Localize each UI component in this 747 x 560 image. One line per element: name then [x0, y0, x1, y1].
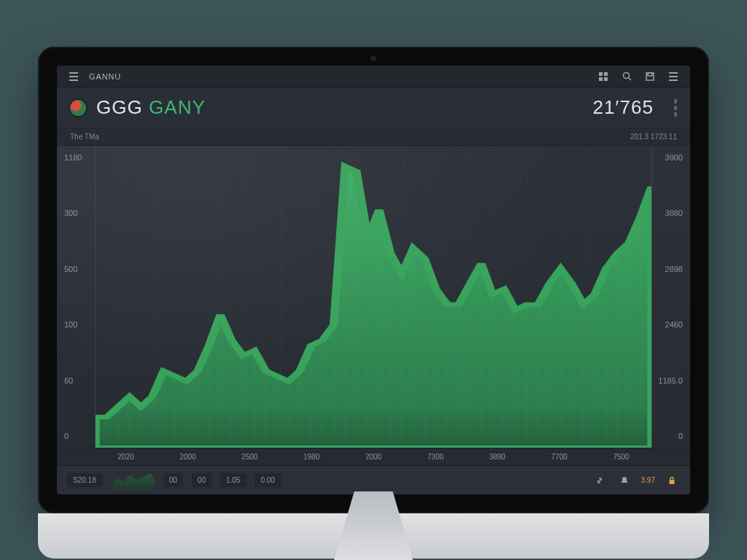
tick-chip[interactable]: 00 — [163, 473, 183, 487]
y-left-tick: 100 — [64, 320, 90, 329]
y-left-tick: 1180 — [64, 153, 90, 162]
y-left-tick: 60 — [64, 376, 90, 385]
y-right-tick: 0 — [657, 432, 683, 440]
monitor-frame: GANNU GGG GANY 21′765 — [38, 47, 709, 513]
bell-icon[interactable] — [616, 472, 632, 489]
ticker-symbol-sub: GANY — [149, 96, 206, 118]
chart-series-path — [96, 166, 651, 448]
menu-icon[interactable] — [66, 69, 82, 85]
y-axis-right: 3900 3880 2898 2460 1185.0 0 — [652, 146, 690, 448]
x-tick: 7700 — [528, 453, 590, 461]
bottom-toolbar: S20.18 00 00 1.05 0.00 3.97 — [57, 465, 690, 494]
x-tick: 7500 — [590, 453, 652, 461]
menu2-icon[interactable] — [665, 69, 681, 85]
svg-rect-0 — [599, 72, 603, 76]
y-axis-left: 1180 300 500 100 60 0 — [57, 146, 95, 448]
tick-chip[interactable]: 1.05 — [220, 473, 246, 487]
x-tick: 2000 — [157, 453, 219, 461]
svg-rect-1 — [604, 72, 608, 76]
bottom-value: 3.97 — [641, 476, 655, 484]
svg-point-4 — [623, 73, 629, 79]
ticker-symbol-main: GGG — [96, 96, 143, 118]
x-tick: 1980 — [281, 453, 343, 461]
window-topbar: GANNU — [57, 66, 690, 88]
x-tick: 2500 — [219, 453, 281, 461]
y-left-tick: 0 — [64, 432, 90, 440]
y-right-tick: 2898 — [657, 265, 683, 273]
svg-rect-2 — [599, 77, 603, 81]
x-tick: 7300 — [404, 453, 466, 461]
chart-plot[interactable] — [95, 146, 652, 448]
x-tick: 2000 — [343, 453, 405, 461]
ticker-symbol[interactable]: GGG GANY — [96, 96, 206, 119]
subheader-left: The TMa — [70, 133, 99, 141]
search-icon[interactable] — [619, 69, 635, 85]
y-left-tick: 300 — [64, 209, 90, 217]
svg-line-5 — [629, 78, 631, 80]
svg-rect-58 — [670, 480, 675, 484]
price-ladder-icon — [674, 99, 677, 117]
link-icon[interactable] — [592, 472, 608, 489]
sparkline-icon[interactable] — [111, 472, 155, 489]
status-code[interactable]: S20.18 — [67, 473, 102, 487]
y-right-tick: 2460 — [657, 320, 683, 329]
app-screen: GANNU GGG GANY 21′765 — [57, 66, 690, 494]
tick-chip[interactable]: 0.00 — [255, 473, 280, 487]
brand-label: GANNU — [89, 72, 121, 81]
x-axis: 2020 2000 2500 1980 2000 7300 3890 7700 … — [57, 448, 690, 465]
ticker-logo-icon — [70, 100, 86, 116]
svg-rect-7 — [648, 73, 652, 76]
svg-rect-3 — [604, 77, 608, 81]
x-tick: 2020 — [95, 453, 157, 461]
chart-area[interactable]: 1180 300 500 100 60 0 — [57, 146, 690, 448]
save-icon[interactable] — [642, 69, 658, 85]
webcam-dot — [371, 55, 376, 61]
x-tick: 3890 — [466, 453, 528, 461]
y-right-tick: 1185.0 — [657, 376, 683, 385]
y-right-tick: 3880 — [657, 209, 683, 217]
subheader-right: 201.3 1723.11 — [630, 133, 677, 141]
tick-chip[interactable]: 00 — [192, 473, 212, 487]
y-right-tick: 3900 — [657, 153, 683, 162]
ticker-price: 21′765 — [593, 96, 654, 119]
chart-subheader: The TMa 201.3 1723.11 — [57, 128, 690, 146]
grid-icon[interactable] — [595, 69, 611, 85]
y-left-tick: 500 — [64, 265, 90, 273]
lock-icon[interactable] — [664, 472, 680, 489]
ticker-header: GGG GANY 21′765 — [57, 88, 690, 128]
area-chart-svg — [96, 146, 651, 448]
